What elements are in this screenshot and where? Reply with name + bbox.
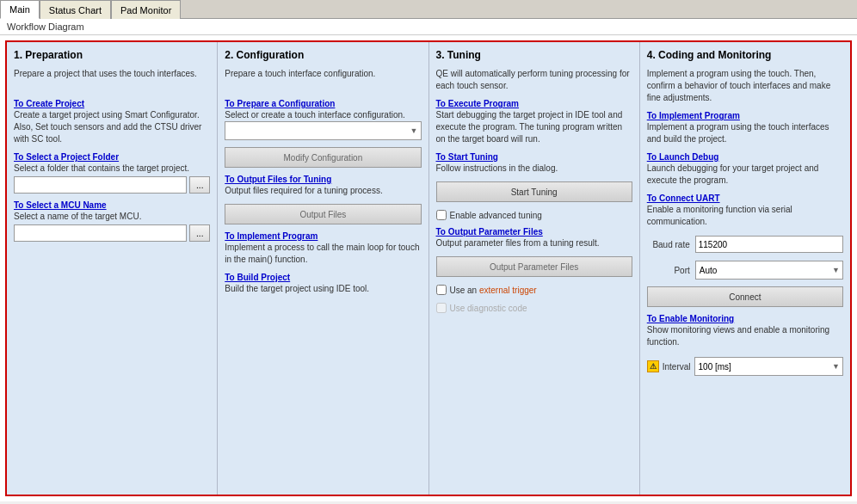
folder-input-row: ... xyxy=(14,176,210,194)
modify-config-btn[interactable]: Modify Configuration xyxy=(225,147,421,168)
main-content: 1. Preparation Prepare a project that us… xyxy=(0,35,857,501)
col4-desc: Implement a program using the touch. The… xyxy=(647,68,843,104)
interval-row: ⚠ Interval 100 [ms] ▼ xyxy=(647,357,843,376)
baud-rate-input[interactable] xyxy=(695,236,843,253)
desc-connect-uart: Enable a monitoring function via serial … xyxy=(647,204,843,228)
advanced-tuning-row: Enable advanced tuning xyxy=(436,210,632,220)
desc-enable-monitoring: Show monitoring views and enable a monit… xyxy=(647,324,843,348)
external-trigger-checkbox[interactable] xyxy=(436,285,447,295)
desc-select-folder: Select a folder that contains the target… xyxy=(14,163,210,175)
link-launch-debug[interactable]: To Launch Debug xyxy=(647,152,843,162)
start-tuning-btn[interactable]: Start Tuning xyxy=(436,181,632,202)
link-create-project[interactable]: To Create Project xyxy=(14,99,210,108)
folder-input[interactable] xyxy=(14,176,187,194)
desc-start-tuning: Follow instructions in the dialog. xyxy=(436,163,632,175)
desc-output-tuning: Output files required for a tuning proce… xyxy=(225,185,421,197)
tab-main[interactable]: Main xyxy=(0,0,40,19)
link-select-folder[interactable]: To Select a Project Folder xyxy=(14,152,210,162)
mcu-browse-btn[interactable]: ... xyxy=(189,224,210,242)
workflow-panel: 1. Preparation Prepare a project that us… xyxy=(5,40,852,496)
output-param-btn[interactable]: Output Parameter Files xyxy=(436,256,632,277)
col3-header: 3. Tuning xyxy=(436,49,632,61)
connect-btn[interactable]: Connect xyxy=(647,286,843,307)
tab-status-chart[interactable]: Status Chart xyxy=(40,0,111,19)
baud-rate-label: Baud rate xyxy=(647,240,690,249)
col1-desc: Prepare a project that uses the touch in… xyxy=(14,68,210,92)
port-label: Port xyxy=(647,266,690,275)
warning-icon: ⚠ xyxy=(647,360,659,372)
col1-header: 1. Preparation xyxy=(14,49,210,61)
desc-select-mcu: Select a name of the target MCU. xyxy=(14,211,210,223)
link-implement-program-col4[interactable]: To Implement Program xyxy=(647,111,843,120)
advanced-tuning-checkbox[interactable] xyxy=(436,210,447,220)
section-select-folder: To Select a Project Folder Select a fold… xyxy=(14,152,210,194)
desc-prepare-config: Select or create a touch interface confi… xyxy=(225,109,421,121)
interval-dropdown[interactable]: 100 [ms] xyxy=(694,357,843,376)
port-row: Port Auto ▼ xyxy=(647,261,843,280)
desc-output-param: Output parameter files from a tuning res… xyxy=(436,237,632,249)
col2-header: 2. Configuration xyxy=(225,49,421,61)
config-dropdown-wrapper: ▼ xyxy=(225,121,421,140)
mcu-input-row: ... xyxy=(14,224,210,242)
advanced-tuning-label: Enable advanced tuning xyxy=(450,211,542,220)
link-select-mcu[interactable]: To Select a MCU Name xyxy=(14,200,210,210)
diagnostic-code-checkbox[interactable] xyxy=(436,303,447,313)
link-implement-program-col2[interactable]: To Implement Program xyxy=(225,231,421,241)
link-enable-monitoring[interactable]: To Enable Monitoring xyxy=(647,314,843,323)
external-trigger-label: Use an external trigger xyxy=(450,286,537,295)
link-output-param[interactable]: To Output Parameter Files xyxy=(436,227,632,237)
desc-implement-program-col4: Implement a program using the touch inte… xyxy=(647,121,843,145)
section-enable-monitoring: To Enable Monitoring Show monitoring vie… xyxy=(647,314,843,348)
desc-build-project: Build the target project using IDE tool. xyxy=(225,283,421,295)
section-launch-debug: To Launch Debug Launch debugging for you… xyxy=(647,152,843,187)
section-start-tuning: To Start Tuning Follow instructions in t… xyxy=(436,152,632,175)
section-implement-program: To Implement Program Implement a process… xyxy=(225,231,421,266)
external-trigger-row: Use an external trigger xyxy=(436,285,632,295)
folder-browse-btn[interactable]: ... xyxy=(189,176,210,194)
column-tuning: 3. Tuning QE will automatically perform … xyxy=(429,42,640,495)
diagnostic-code-label: Use diagnostic code xyxy=(450,304,527,313)
column-configuration: 2. Configuration Prepare a touch interfa… xyxy=(218,42,428,495)
desc-execute-program: Start debugging the target project in ID… xyxy=(436,109,632,145)
config-dropdown[interactable] xyxy=(225,121,421,140)
port-dropdown-wrapper: Auto ▼ xyxy=(695,261,843,280)
section-output-tuning: To Output Files for Tuning Output files … xyxy=(225,175,421,197)
section-build-project: To Build Project Build the target projec… xyxy=(225,273,421,295)
desc-launch-debug: Launch debugging for your target project… xyxy=(647,163,843,187)
interval-label: Interval xyxy=(663,362,691,372)
section-execute-program: To Execute Program Start debugging the t… xyxy=(436,99,632,145)
link-prepare-config[interactable]: To Prepare a Configuration xyxy=(225,99,421,108)
section-create-project: To Create Project Create a target projec… xyxy=(14,99,210,145)
link-start-tuning[interactable]: To Start Tuning xyxy=(436,152,632,162)
interval-dropdown-wrapper: 100 [ms] ▼ xyxy=(694,357,843,376)
section-implement-program-col4: To Implement Program Implement a program… xyxy=(647,111,843,145)
col3-desc: QE will automatically perform tuning pro… xyxy=(436,68,632,92)
desc-implement-program-col2: Implement a process to call the main loo… xyxy=(225,242,421,266)
desc-create-project: Create a target project using Smart Conf… xyxy=(14,109,210,145)
section-prepare-config: To Prepare a Configuration Select or cre… xyxy=(225,99,421,140)
diagnostic-code-row: Use diagnostic code xyxy=(436,303,632,313)
trigger-highlight: external trigger xyxy=(479,286,537,295)
tab-pad-monitor[interactable]: Pad Monitor xyxy=(111,0,181,19)
link-execute-program[interactable]: To Execute Program xyxy=(436,99,632,108)
link-output-tuning[interactable]: To Output Files for Tuning xyxy=(225,175,421,184)
col2-desc: Prepare a touch interface configuration. xyxy=(225,68,421,92)
workflow-label: Workflow Diagram xyxy=(0,19,857,35)
link-build-project[interactable]: To Build Project xyxy=(225,273,421,282)
col4-header: 4. Coding and Monitoring xyxy=(647,49,843,61)
port-dropdown[interactable]: Auto xyxy=(695,261,843,280)
tab-bar: Main Status Chart Pad Monitor xyxy=(0,0,857,19)
link-connect-uart[interactable]: To Connect UART xyxy=(647,194,843,203)
output-files-btn[interactable]: Output Files xyxy=(225,204,421,224)
column-preparation: 1. Preparation Prepare a project that us… xyxy=(7,42,218,495)
section-connect-uart: To Connect UART Enable a monitoring func… xyxy=(647,194,843,228)
column-coding-monitoring: 4. Coding and Monitoring Implement a pro… xyxy=(640,42,850,495)
section-output-param: To Output Parameter Files Output paramet… xyxy=(436,227,632,249)
baud-rate-row: Baud rate xyxy=(647,236,843,253)
mcu-input[interactable] xyxy=(14,224,187,242)
section-select-mcu: To Select a MCU Name Select a name of th… xyxy=(14,200,210,242)
